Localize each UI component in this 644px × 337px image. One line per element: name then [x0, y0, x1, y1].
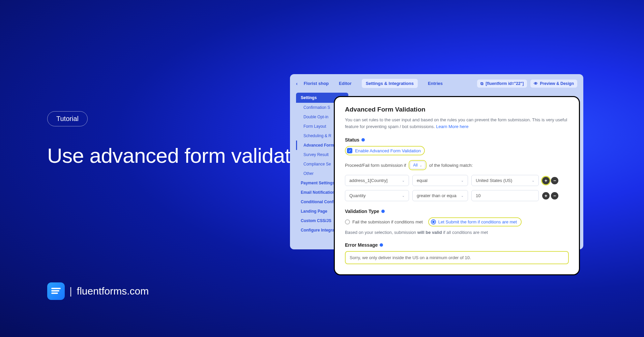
- brand-logo-icon: [47, 282, 65, 300]
- tab-entries[interactable]: Entries: [424, 79, 447, 88]
- footer-domain: fluentforms.com: [77, 285, 149, 297]
- chevron-down-icon: ⌄: [402, 194, 405, 197]
- chevron-down-icon: ⌄: [419, 163, 422, 167]
- enable-validation-checkbox[interactable]: ✓ Enable Advanced Form Validation: [345, 146, 425, 155]
- add-rule-button[interactable]: +: [542, 177, 550, 184]
- bracket-icon: ⧉: [480, 81, 484, 86]
- rule-field-select[interactable]: Quantity⌄: [345, 190, 409, 201]
- tutorial-badge: Tutorial: [47, 111, 88, 126]
- rule-field-select[interactable]: address_1[Country]⌄: [345, 175, 409, 186]
- info-icon[interactable]: [380, 243, 383, 247]
- eye-icon: 👁: [534, 81, 538, 86]
- footer-divider: |: [69, 285, 72, 297]
- status-label: Status: [345, 137, 569, 143]
- chevron-down-icon: ⌄: [461, 194, 464, 197]
- remove-rule-button[interactable]: −: [551, 192, 558, 200]
- info-icon[interactable]: [361, 138, 365, 142]
- radio-icon: [345, 219, 350, 224]
- match-suffix: of the following match:: [429, 163, 473, 168]
- shortcode-button[interactable]: ⧉ [fluentform id="22"]: [477, 80, 527, 88]
- rule-operator-select[interactable]: greater than or equa⌄: [412, 190, 468, 201]
- rule-operator-select[interactable]: equal⌄: [412, 175, 468, 186]
- match-prefix: Proceed/Fail form submission if: [345, 163, 406, 168]
- rule-value-select[interactable]: United States (US)⌄: [471, 175, 539, 186]
- form-name[interactable]: Florist shop: [304, 81, 329, 86]
- info-icon[interactable]: [381, 210, 385, 213]
- radio-fail-submission[interactable]: Fail the submission if conditions met: [345, 219, 423, 224]
- panel-title: Advanced Form Validation: [345, 106, 569, 113]
- chevron-down-icon: ⌄: [461, 179, 464, 182]
- checkbox-icon: ✓: [347, 148, 352, 153]
- chevron-down-icon: ⌄: [402, 179, 405, 182]
- validation-type-label: Validation Type: [345, 209, 569, 214]
- back-arrow-icon[interactable]: ‹: [296, 81, 298, 86]
- advanced-validation-panel: Advanced Form Validation You can set rul…: [334, 96, 580, 275]
- rule-row: address_1[Country]⌄ equal⌄ United States…: [345, 175, 569, 186]
- preview-design-button[interactable]: 👁 Preview & Design: [530, 80, 577, 88]
- rule-value-input[interactable]: 10: [471, 190, 539, 201]
- tab-editor[interactable]: Editor: [335, 79, 356, 88]
- error-message-input[interactable]: Sorry, we only deliver inside the US on …: [345, 251, 569, 264]
- add-rule-button[interactable]: +: [542, 192, 550, 200]
- chevron-down-icon: ⌄: [532, 179, 534, 182]
- panel-description: You can set rules to the user input and …: [345, 117, 569, 130]
- learn-more-link[interactable]: Learn More here: [436, 124, 468, 129]
- error-message-label: Error Message: [345, 242, 569, 248]
- radio-let-submit[interactable]: Let Submit the form if conditions are me…: [428, 217, 522, 226]
- validation-helper-text: Based on your selection, submission will…: [345, 230, 569, 235]
- tab-settings-integrations[interactable]: Settings & Integrations: [362, 79, 418, 88]
- remove-rule-button[interactable]: −: [551, 177, 558, 184]
- match-mode-select[interactable]: All ⌄: [410, 161, 425, 169]
- rule-row: Quantity⌄ greater than or equa⌄ 10 + −: [345, 190, 569, 201]
- radio-icon: [431, 219, 436, 224]
